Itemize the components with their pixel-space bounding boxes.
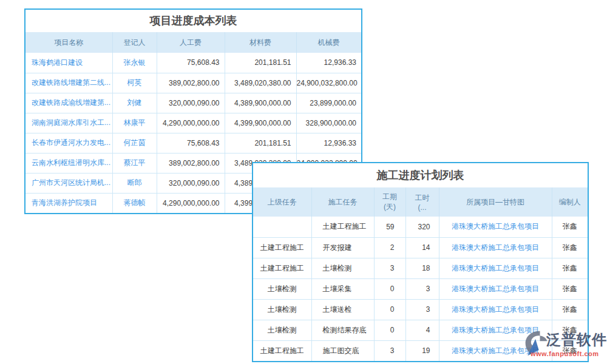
registrant-cell[interactable]: 张永银 — [112, 53, 157, 73]
parent-cell: 土建工程施工 — [253, 237, 311, 258]
labor-cell: 320,000,090.00 — [157, 93, 225, 113]
column-header-parent-task: 上级任务 — [253, 187, 311, 217]
registrant-cell[interactable]: 林康平 — [112, 113, 157, 133]
registrant-cell[interactable]: 柯英 — [112, 73, 157, 93]
column-header-material: 材料费 — [225, 32, 296, 53]
labor-cell: 75,608.43 — [157, 53, 225, 73]
registrant-cell[interactable]: 蔡江平 — [112, 153, 157, 173]
duration-cell: 3 — [374, 340, 405, 361]
table-row: 珠海鹤港口建设张永银75,608.43201,181.5112,936.33 — [25, 53, 361, 73]
cost-table-title: 项目进度成本列表 — [25, 10, 361, 32]
table-row: 长春市伊通河水力发电...何芷茵75,608.43201,181.5112,93… — [25, 133, 361, 153]
table-row: 改建铁路线增建第二线...柯英389,002,800.003,489,020,3… — [25, 73, 361, 93]
registrant-cell[interactable]: 刘健 — [112, 93, 157, 113]
project-cell[interactable]: 改建铁路线增建第二线... — [25, 73, 112, 93]
task-cell: 开发报建 — [311, 237, 374, 258]
project-cell[interactable]: 港珠澳大桥施工总承包项目 — [439, 299, 552, 320]
hours-cell: 18 — [405, 258, 439, 278]
duration-cell: 0 — [374, 320, 405, 340]
parent-cell: 土壤检测 — [253, 278, 311, 299]
hours-cell: 19 — [405, 340, 439, 361]
labor-cell: 4,290,000,000.00 — [157, 193, 225, 213]
material-cell: 4,389,900,000.00 — [225, 93, 296, 113]
table-row: 湖南洞庭湖水库引水工...林康平4,290,000,000.004,399,90… — [25, 113, 361, 133]
material-cell: 3,489,020,380.00 — [225, 73, 296, 93]
project-cell[interactable]: 长春市伊通河水力发电... — [25, 133, 112, 153]
project-cell[interactable]: 港珠澳大桥施工总承包项目 — [439, 217, 552, 237]
column-header-machine: 机械费 — [296, 32, 361, 53]
cost-table-header-row: 项目名称 登记人 人工费 材料费 机械费 — [25, 32, 361, 53]
labor-cell: 320,000,090.00 — [157, 173, 225, 193]
task-cell: 施工图交底 — [311, 340, 374, 361]
column-header-hours: 工时 (... — [405, 187, 439, 217]
task-cell: 土壤检测 — [311, 258, 374, 278]
material-cell: 201,181.51 — [225, 133, 296, 153]
machine-cell: 328,900,000.00 — [296, 113, 361, 133]
brand-name: 泛普软件 — [546, 330, 607, 349]
column-header-project: 项目名称 — [25, 32, 112, 53]
material-cell: 4,399,900,000.00 — [225, 113, 296, 133]
project-cell[interactable]: 湖南洞庭湖水库引水工... — [25, 113, 112, 133]
duration-cell: 3 — [374, 258, 405, 278]
hours-cell: 320 — [405, 217, 439, 237]
page: 项目进度成本列表 项目名称 登记人 人工费 材料费 机械费 珠海鹤港口建设张永银… — [0, 0, 607, 364]
material-cell: 201,181.51 — [225, 53, 296, 73]
task-cell: 土壤送检 — [311, 299, 374, 320]
column-header-labor: 人工费 — [157, 32, 225, 53]
duration-cell: 2 — [374, 237, 405, 258]
hours-cell: 3 — [405, 278, 439, 299]
machine-cell: 12,936.33 — [296, 133, 361, 153]
column-header-registrant: 登记人 — [112, 32, 157, 53]
registrant-cell[interactable]: 断郎 — [112, 173, 157, 193]
registrant-cell[interactable]: 蒋德帧 — [112, 193, 157, 213]
duration-cell: 59 — [374, 217, 405, 237]
table-row: 土壤检测土壤采集03港珠澳大桥施工总承包项目张鑫 — [253, 278, 588, 299]
parent-cell: 土壤检测 — [253, 299, 311, 320]
compiler-cell: 张鑫 — [552, 258, 588, 278]
project-cell[interactable]: 云南水利枢纽潜明水库... — [25, 153, 112, 173]
compiler-cell: 张鑫 — [552, 237, 588, 258]
table-row: 土建工程施工59320港珠澳大桥施工总承包项目张鑫 — [253, 217, 588, 237]
machine-cell: 12,936.33 — [296, 53, 361, 73]
hours-cell: 4 — [405, 320, 439, 340]
compiler-cell: 张鑫 — [552, 278, 588, 299]
parent-cell: 土建工程施工 — [253, 258, 311, 278]
labor-cell: 75,608.43 — [157, 133, 225, 153]
table-row: 土壤检测土壤送检03港珠澳大桥施工总承包项目张鑫 — [253, 299, 588, 320]
hours-cell: 14 — [405, 237, 439, 258]
duration-cell: 0 — [374, 278, 405, 299]
brand-watermark: 泛普软件 www.fanpusoft.com — [521, 328, 607, 360]
project-cell[interactable]: 港珠澳大桥施工总承包项目 — [439, 258, 552, 278]
compiler-cell: 张鑫 — [552, 299, 588, 320]
table-row: 改建铁路成渝线增建第...刘健320,000,090.004,389,900,0… — [25, 93, 361, 113]
project-cell[interactable]: 广州市天河区统计局机... — [25, 173, 112, 193]
project-cell[interactable]: 改建铁路成渝线增建第... — [25, 93, 112, 113]
column-header-task: 施工任务 — [311, 187, 374, 217]
parent-cell: 土壤检测 — [253, 320, 311, 340]
table-row: 土建工程施工土壤检测318港珠澳大桥施工总承包项目张鑫 — [253, 258, 588, 278]
parent-cell — [253, 217, 311, 237]
hours-cell: 3 — [405, 299, 439, 320]
task-cell: 检测结果存底 — [311, 320, 374, 340]
table-row: 土建工程施工开发报建214港珠澳大桥施工总承包项目张鑫 — [253, 237, 588, 258]
duration-cell: 0 — [374, 299, 405, 320]
labor-cell: 4,290,000,000.00 — [157, 113, 225, 133]
task-cell: 土建工程施工 — [311, 217, 374, 237]
plan-table-header-row: 上级任务 施工任务 工期 (天) 工时 (... 所属项目—甘特图 编制人 — [253, 187, 588, 217]
project-cell[interactable]: 青海洪湖养护院项目 — [25, 193, 112, 213]
column-header-gantt: 所属项目—甘特图 — [439, 187, 552, 217]
compiler-cell: 张鑫 — [552, 217, 588, 237]
machine-cell: 23,899,000.00 — [296, 93, 361, 113]
parent-cell: 土建工程施工 — [253, 340, 311, 361]
brand-url: www.fanpusoft.com — [531, 350, 599, 357]
machine-cell: 24,900,032,800.00 — [296, 73, 361, 93]
plan-table-title: 施工进度计划列表 — [253, 163, 588, 187]
labor-cell: 389,002,800.00 — [157, 73, 225, 93]
column-header-compiler: 编制人 — [552, 187, 588, 217]
project-cell[interactable]: 港珠澳大桥施工总承包项目 — [439, 278, 552, 299]
task-cell: 土壤采集 — [311, 278, 374, 299]
project-cell[interactable]: 珠海鹤港口建设 — [25, 53, 112, 73]
registrant-cell[interactable]: 何芷茵 — [112, 133, 157, 153]
column-header-duration: 工期 (天) — [374, 187, 405, 217]
project-cell[interactable]: 港珠澳大桥施工总承包项目 — [439, 237, 552, 258]
